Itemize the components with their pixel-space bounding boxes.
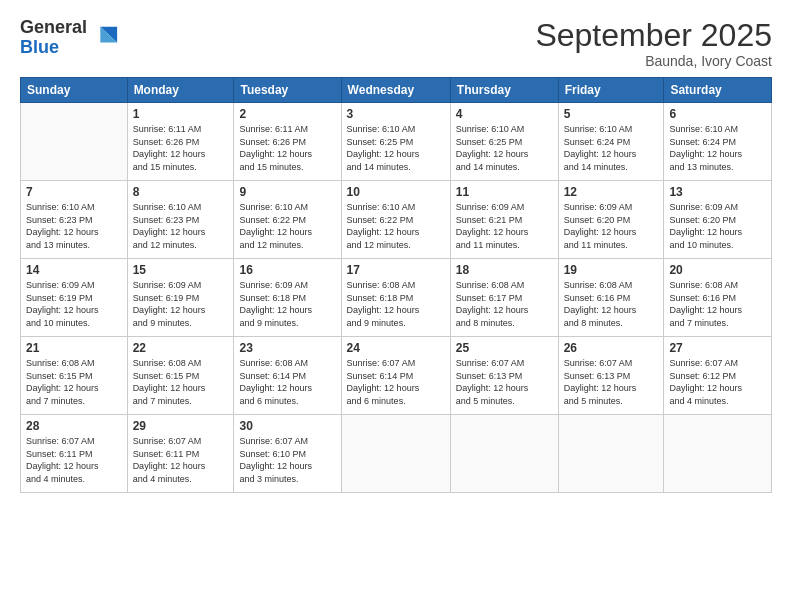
calendar-cell: 16Sunrise: 6:09 AM Sunset: 6:18 PM Dayli… bbox=[234, 259, 341, 337]
calendar-cell: 30Sunrise: 6:07 AM Sunset: 6:10 PM Dayli… bbox=[234, 415, 341, 493]
day-number: 9 bbox=[239, 185, 335, 199]
day-number: 13 bbox=[669, 185, 766, 199]
calendar-cell: 23Sunrise: 6:08 AM Sunset: 6:14 PM Dayli… bbox=[234, 337, 341, 415]
calendar-cell: 25Sunrise: 6:07 AM Sunset: 6:13 PM Dayli… bbox=[450, 337, 558, 415]
calendar-cell: 26Sunrise: 6:07 AM Sunset: 6:13 PM Dayli… bbox=[558, 337, 664, 415]
day-number: 29 bbox=[133, 419, 229, 433]
day-number: 23 bbox=[239, 341, 335, 355]
calendar-cell: 1Sunrise: 6:11 AM Sunset: 6:26 PM Daylig… bbox=[127, 103, 234, 181]
calendar-cell: 14Sunrise: 6:09 AM Sunset: 6:19 PM Dayli… bbox=[21, 259, 128, 337]
day-info: Sunrise: 6:07 AM Sunset: 6:11 PM Dayligh… bbox=[26, 435, 122, 485]
day-info: Sunrise: 6:09 AM Sunset: 6:18 PM Dayligh… bbox=[239, 279, 335, 329]
day-info: Sunrise: 6:08 AM Sunset: 6:15 PM Dayligh… bbox=[133, 357, 229, 407]
day-info: Sunrise: 6:07 AM Sunset: 6:11 PM Dayligh… bbox=[133, 435, 229, 485]
logo: General Blue bbox=[20, 18, 119, 58]
day-info: Sunrise: 6:07 AM Sunset: 6:12 PM Dayligh… bbox=[669, 357, 766, 407]
calendar-cell: 6Sunrise: 6:10 AM Sunset: 6:24 PM Daylig… bbox=[664, 103, 772, 181]
day-number: 21 bbox=[26, 341, 122, 355]
calendar-cell: 17Sunrise: 6:08 AM Sunset: 6:18 PM Dayli… bbox=[341, 259, 450, 337]
calendar-cell: 22Sunrise: 6:08 AM Sunset: 6:15 PM Dayli… bbox=[127, 337, 234, 415]
day-info: Sunrise: 6:11 AM Sunset: 6:26 PM Dayligh… bbox=[239, 123, 335, 173]
day-number: 19 bbox=[564, 263, 659, 277]
calendar-cell: 12Sunrise: 6:09 AM Sunset: 6:20 PM Dayli… bbox=[558, 181, 664, 259]
day-info: Sunrise: 6:10 AM Sunset: 6:22 PM Dayligh… bbox=[347, 201, 445, 251]
day-number: 7 bbox=[26, 185, 122, 199]
calendar-cell bbox=[450, 415, 558, 493]
calendar-cell: 7Sunrise: 6:10 AM Sunset: 6:23 PM Daylig… bbox=[21, 181, 128, 259]
calendar-cell: 27Sunrise: 6:07 AM Sunset: 6:12 PM Dayli… bbox=[664, 337, 772, 415]
logo-general: General bbox=[20, 18, 87, 38]
calendar-cell: 10Sunrise: 6:10 AM Sunset: 6:22 PM Dayli… bbox=[341, 181, 450, 259]
calendar-cell bbox=[558, 415, 664, 493]
logo-icon bbox=[91, 22, 119, 50]
calendar-header-wednesday: Wednesday bbox=[341, 78, 450, 103]
calendar-cell: 9Sunrise: 6:10 AM Sunset: 6:22 PM Daylig… bbox=[234, 181, 341, 259]
day-number: 1 bbox=[133, 107, 229, 121]
calendar-cell bbox=[664, 415, 772, 493]
day-info: Sunrise: 6:09 AM Sunset: 6:21 PM Dayligh… bbox=[456, 201, 553, 251]
calendar-header-tuesday: Tuesday bbox=[234, 78, 341, 103]
calendar-cell: 2Sunrise: 6:11 AM Sunset: 6:26 PM Daylig… bbox=[234, 103, 341, 181]
day-info: Sunrise: 6:09 AM Sunset: 6:20 PM Dayligh… bbox=[669, 201, 766, 251]
calendar-header-sunday: Sunday bbox=[21, 78, 128, 103]
calendar-cell: 28Sunrise: 6:07 AM Sunset: 6:11 PM Dayli… bbox=[21, 415, 128, 493]
logo-blue: Blue bbox=[20, 38, 87, 58]
calendar-cell: 5Sunrise: 6:10 AM Sunset: 6:24 PM Daylig… bbox=[558, 103, 664, 181]
day-info: Sunrise: 6:09 AM Sunset: 6:20 PM Dayligh… bbox=[564, 201, 659, 251]
calendar: SundayMondayTuesdayWednesdayThursdayFrid… bbox=[20, 77, 772, 493]
day-info: Sunrise: 6:08 AM Sunset: 6:17 PM Dayligh… bbox=[456, 279, 553, 329]
day-number: 24 bbox=[347, 341, 445, 355]
calendar-cell: 24Sunrise: 6:07 AM Sunset: 6:14 PM Dayli… bbox=[341, 337, 450, 415]
day-info: Sunrise: 6:10 AM Sunset: 6:23 PM Dayligh… bbox=[26, 201, 122, 251]
day-info: Sunrise: 6:10 AM Sunset: 6:24 PM Dayligh… bbox=[669, 123, 766, 173]
calendar-cell: 11Sunrise: 6:09 AM Sunset: 6:21 PM Dayli… bbox=[450, 181, 558, 259]
day-info: Sunrise: 6:08 AM Sunset: 6:16 PM Dayligh… bbox=[669, 279, 766, 329]
month-title: September 2025 bbox=[535, 18, 772, 53]
day-number: 2 bbox=[239, 107, 335, 121]
day-info: Sunrise: 6:09 AM Sunset: 6:19 PM Dayligh… bbox=[133, 279, 229, 329]
day-number: 3 bbox=[347, 107, 445, 121]
calendar-cell: 15Sunrise: 6:09 AM Sunset: 6:19 PM Dayli… bbox=[127, 259, 234, 337]
day-info: Sunrise: 6:10 AM Sunset: 6:25 PM Dayligh… bbox=[347, 123, 445, 173]
calendar-cell: 8Sunrise: 6:10 AM Sunset: 6:23 PM Daylig… bbox=[127, 181, 234, 259]
calendar-cell: 3Sunrise: 6:10 AM Sunset: 6:25 PM Daylig… bbox=[341, 103, 450, 181]
calendar-header-thursday: Thursday bbox=[450, 78, 558, 103]
day-number: 30 bbox=[239, 419, 335, 433]
day-number: 8 bbox=[133, 185, 229, 199]
day-number: 20 bbox=[669, 263, 766, 277]
day-info: Sunrise: 6:10 AM Sunset: 6:22 PM Dayligh… bbox=[239, 201, 335, 251]
day-info: Sunrise: 6:10 AM Sunset: 6:23 PM Dayligh… bbox=[133, 201, 229, 251]
day-info: Sunrise: 6:07 AM Sunset: 6:13 PM Dayligh… bbox=[564, 357, 659, 407]
day-info: Sunrise: 6:08 AM Sunset: 6:18 PM Dayligh… bbox=[347, 279, 445, 329]
calendar-cell bbox=[341, 415, 450, 493]
title-block: September 2025 Baunda, Ivory Coast bbox=[535, 18, 772, 69]
day-number: 6 bbox=[669, 107, 766, 121]
day-number: 27 bbox=[669, 341, 766, 355]
day-info: Sunrise: 6:10 AM Sunset: 6:25 PM Dayligh… bbox=[456, 123, 553, 173]
calendar-cell: 13Sunrise: 6:09 AM Sunset: 6:20 PM Dayli… bbox=[664, 181, 772, 259]
calendar-header-saturday: Saturday bbox=[664, 78, 772, 103]
day-number: 16 bbox=[239, 263, 335, 277]
day-info: Sunrise: 6:09 AM Sunset: 6:19 PM Dayligh… bbox=[26, 279, 122, 329]
day-info: Sunrise: 6:10 AM Sunset: 6:24 PM Dayligh… bbox=[564, 123, 659, 173]
day-number: 4 bbox=[456, 107, 553, 121]
day-number: 22 bbox=[133, 341, 229, 355]
day-info: Sunrise: 6:07 AM Sunset: 6:13 PM Dayligh… bbox=[456, 357, 553, 407]
day-number: 28 bbox=[26, 419, 122, 433]
day-number: 11 bbox=[456, 185, 553, 199]
day-info: Sunrise: 6:08 AM Sunset: 6:14 PM Dayligh… bbox=[239, 357, 335, 407]
day-number: 26 bbox=[564, 341, 659, 355]
calendar-cell: 21Sunrise: 6:08 AM Sunset: 6:15 PM Dayli… bbox=[21, 337, 128, 415]
day-number: 12 bbox=[564, 185, 659, 199]
calendar-header-friday: Friday bbox=[558, 78, 664, 103]
calendar-header-monday: Monday bbox=[127, 78, 234, 103]
day-number: 10 bbox=[347, 185, 445, 199]
day-number: 5 bbox=[564, 107, 659, 121]
day-info: Sunrise: 6:11 AM Sunset: 6:26 PM Dayligh… bbox=[133, 123, 229, 173]
day-info: Sunrise: 6:07 AM Sunset: 6:14 PM Dayligh… bbox=[347, 357, 445, 407]
calendar-cell: 4Sunrise: 6:10 AM Sunset: 6:25 PM Daylig… bbox=[450, 103, 558, 181]
day-info: Sunrise: 6:08 AM Sunset: 6:15 PM Dayligh… bbox=[26, 357, 122, 407]
calendar-cell: 29Sunrise: 6:07 AM Sunset: 6:11 PM Dayli… bbox=[127, 415, 234, 493]
day-info: Sunrise: 6:07 AM Sunset: 6:10 PM Dayligh… bbox=[239, 435, 335, 485]
calendar-cell: 18Sunrise: 6:08 AM Sunset: 6:17 PM Dayli… bbox=[450, 259, 558, 337]
